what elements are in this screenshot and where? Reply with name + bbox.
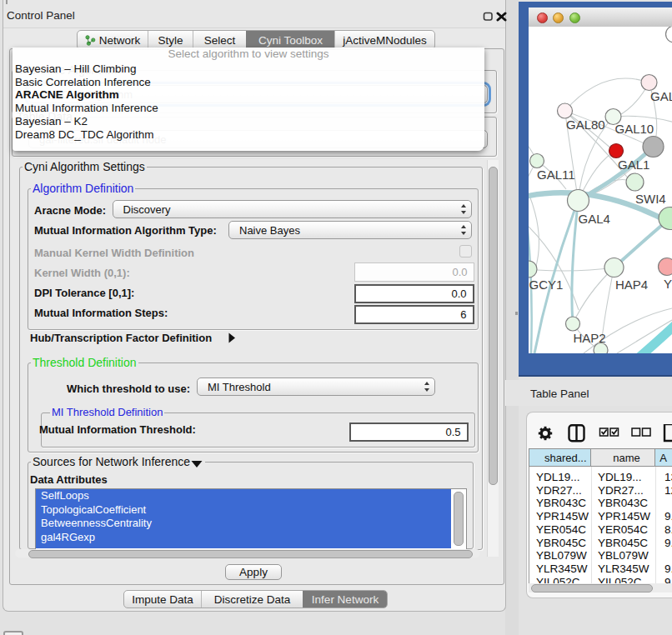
- svg-text:GAL: GAL: [650, 89, 672, 103]
- svg-text:HAP2: HAP2: [573, 331, 605, 345]
- svg-text:HAP4: HAP4: [615, 278, 648, 292]
- svg-text:GAL4: GAL4: [578, 212, 609, 226]
- svg-text:GAL80: GAL80: [566, 118, 605, 132]
- svg-text:SWI4: SWI4: [635, 192, 666, 206]
- svg-text:GAL11: GAL11: [537, 168, 575, 182]
- svg-text:Y: Y: [664, 277, 672, 291]
- svg-text:GAL10: GAL10: [614, 122, 654, 136]
- svg-text:GAL1: GAL1: [618, 158, 649, 172]
- svg-text:GCY1: GCY1: [529, 278, 563, 292]
